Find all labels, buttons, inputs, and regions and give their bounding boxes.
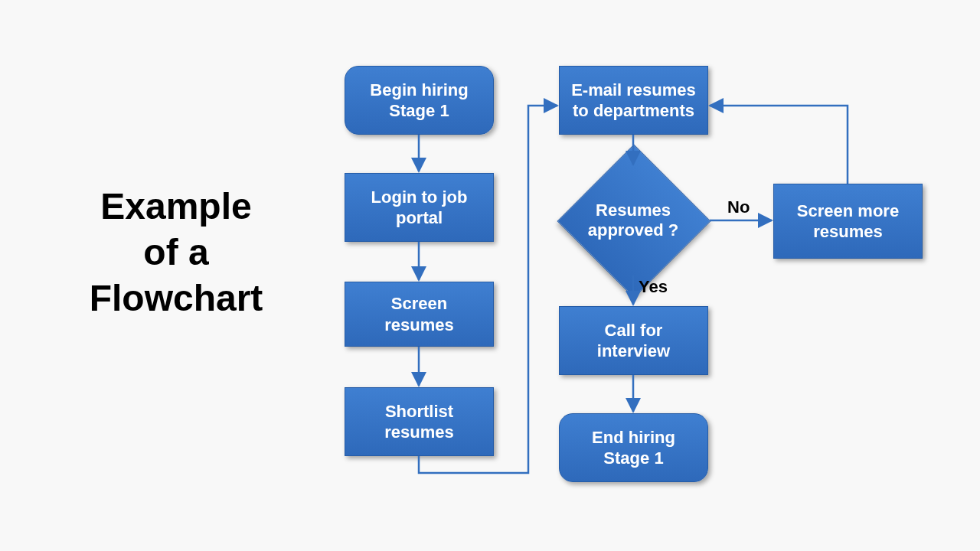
node-label: Login to job portal <box>356 187 482 229</box>
node-label: Call for interview <box>570 320 697 362</box>
node-label: Screen resumes <box>356 293 482 335</box>
node-label: Begin hiring Stage 1 <box>356 80 482 122</box>
node-shortlist: Shortlist resumes <box>345 387 494 456</box>
node-begin: Begin hiring Stage 1 <box>345 66 494 135</box>
node-label: Resumes approved ? <box>580 167 687 274</box>
label-yes: Yes <box>639 277 668 297</box>
node-end: End hiring Stage 1 <box>559 413 708 482</box>
title-line: Example <box>100 186 251 227</box>
label-no: No <box>727 197 750 217</box>
node-screen-more: Screen more resumes <box>773 184 923 259</box>
node-call: Call for interview <box>559 306 708 375</box>
node-label: Screen more resumes <box>785 201 911 243</box>
title-line: of a <box>143 232 208 272</box>
node-login: Login to job portal <box>345 173 494 242</box>
node-email: E-mail resumes to departments <box>559 66 708 135</box>
node-label: Shortlist resumes <box>356 401 482 443</box>
node-screen: Screen resumes <box>345 282 494 347</box>
node-approved: Resumes approved ? <box>580 167 687 274</box>
node-label: E-mail resumes to departments <box>570 80 697 122</box>
node-label: End hiring Stage 1 <box>570 427 697 469</box>
flowchart-stage: Example of a Flowchart Begin hiring Stag… <box>0 0 980 551</box>
title-line: Flowchart <box>90 278 263 318</box>
diagram-title: Example of a Flowchart <box>46 184 306 321</box>
